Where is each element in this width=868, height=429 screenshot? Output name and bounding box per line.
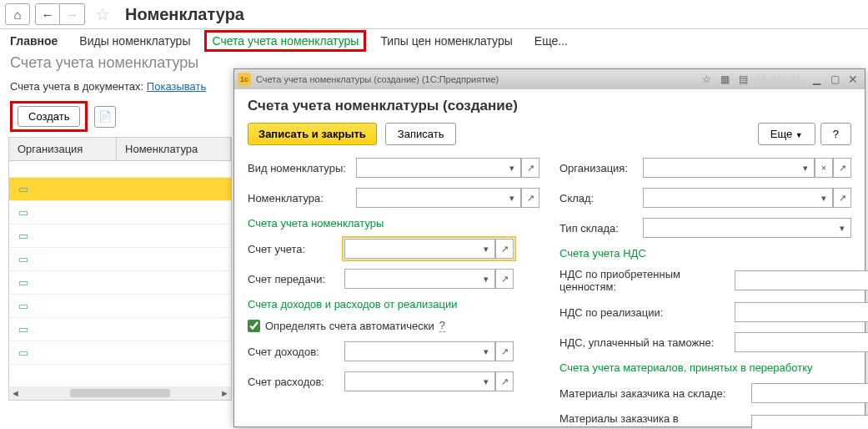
forward-button[interactable]: → xyxy=(60,3,85,25)
label-income: Счет доходов: xyxy=(248,346,344,358)
home-button[interactable]: ⌂ xyxy=(5,3,30,25)
label-vat-customs: НДС, уплаченный на таможне: xyxy=(559,336,735,349)
input-expense[interactable] xyxy=(344,371,477,391)
tab-accounts[interactable]: Счета учета номенклатуры xyxy=(204,30,366,52)
open-icon[interactable]: ↗ xyxy=(833,188,851,208)
grid-row[interactable]: ▭ xyxy=(9,295,231,318)
dropdown-icon[interactable]: ▾ xyxy=(477,239,495,259)
input-warehouse[interactable] xyxy=(643,188,815,208)
label-kind: Вид номенклатуры: xyxy=(248,162,356,174)
section-materials: Счета учета материалов, принятых в перер… xyxy=(559,361,851,374)
dropdown-icon[interactable]: ▾ xyxy=(477,269,495,289)
input-org[interactable] xyxy=(643,158,796,178)
open-icon[interactable]: ↗ xyxy=(495,371,514,391)
scroll-left-icon[interactable]: ◄ xyxy=(11,388,20,398)
col-nomenclature[interactable]: Номенклатура xyxy=(117,138,231,160)
favorite-star-icon[interactable]: ☆ xyxy=(95,4,110,24)
tab-kinds[interactable]: Виды номенклатуры xyxy=(79,34,190,48)
grid-row[interactable]: ▭ xyxy=(9,271,231,295)
input-income[interactable] xyxy=(344,341,477,361)
top-toolbar: ⌂ ← → ☆ Номенклатура xyxy=(0,0,868,29)
help-button[interactable]: ? xyxy=(820,123,851,145)
input-kind[interactable] xyxy=(356,158,503,178)
tb-calc-icon[interactable]: ▦ xyxy=(716,72,733,87)
input-mat-stock[interactable] xyxy=(751,383,868,403)
dropdown-icon[interactable]: ▾ xyxy=(833,218,851,238)
tb-m1-icon[interactable]: M xyxy=(753,72,770,87)
scroll-right-icon[interactable]: ► xyxy=(220,388,229,398)
col-organization[interactable]: Организация xyxy=(9,138,117,160)
save-button[interactable]: Записать xyxy=(385,123,457,145)
open-icon[interactable]: ↗ xyxy=(833,158,851,178)
checkbox-auto[interactable] xyxy=(248,320,260,332)
dropdown-icon[interactable]: ▾ xyxy=(815,188,833,208)
input-mat-prod[interactable] xyxy=(751,415,868,429)
label-expense: Счет расходов: xyxy=(248,376,344,388)
tb-fav-icon[interactable]: ☆ xyxy=(698,72,715,87)
open-icon[interactable]: ↗ xyxy=(521,158,539,178)
scroll-thumb[interactable] xyxy=(70,389,170,397)
tab-price-types[interactable]: Типы цен номенклатуры xyxy=(380,34,512,48)
form-left-col: Вид номенклатуры: ▾ ↗ Номенклатура: ▾ ↗ xyxy=(248,157,539,429)
label-warehouse: Склад: xyxy=(559,192,643,204)
grid-row[interactable]: ▭ xyxy=(9,341,231,365)
input-vat-customs[interactable] xyxy=(735,332,867,352)
copy-icon: 📄 xyxy=(98,110,112,123)
tb-m2-icon[interactable]: M+ xyxy=(771,72,788,87)
section-income: Счета доходов и расходов от реализации xyxy=(248,298,539,310)
dropdown-icon[interactable]: ▾ xyxy=(796,158,815,178)
filter-label: Счета учета в документах: xyxy=(10,80,147,93)
close-icon[interactable]: ✕ xyxy=(845,72,861,87)
input-vat-purchase[interactable] xyxy=(735,270,867,290)
input-wh-type[interactable] xyxy=(643,218,833,238)
filter-link[interactable]: Показывать xyxy=(147,80,206,93)
grid-row[interactable]: ▭ xyxy=(9,248,231,271)
dropdown-icon[interactable]: ▾ xyxy=(477,341,495,361)
dialog-body: Счета учета номенклатуры (создание) Запи… xyxy=(234,89,865,429)
save-close-button[interactable]: Записать и закрыть xyxy=(248,123,377,145)
label-mat-prod: Материалы заказчика в производстве: xyxy=(559,412,751,429)
more-button[interactable]: Еще ▼ xyxy=(758,123,815,145)
grid-row[interactable]: ▭ xyxy=(9,178,231,201)
label-auto: Определять счета автоматически xyxy=(265,320,434,332)
label-vat-sale: НДС по реализации: xyxy=(559,306,735,319)
back-button[interactable]: ← xyxy=(35,3,60,25)
create-highlight: Создать xyxy=(10,101,88,132)
app-icon: 1c xyxy=(238,73,251,86)
tb-m3-icon[interactable]: M- xyxy=(790,72,806,87)
label-transfer: Счет передачи: xyxy=(248,273,344,285)
grid-row[interactable] xyxy=(9,161,231,178)
grid-row[interactable]: ▭ xyxy=(9,225,231,248)
maximize-icon[interactable]: ▢ xyxy=(826,72,843,87)
dropdown-icon[interactable]: ▾ xyxy=(503,188,521,208)
input-account[interactable] xyxy=(344,239,477,259)
dialog-titlebar[interactable]: 1c Счета учета номенклатуры (создание) (… xyxy=(234,69,865,89)
open-icon[interactable]: ↗ xyxy=(495,269,514,289)
input-transfer[interactable] xyxy=(344,269,477,289)
grid-body[interactable]: ▭ ▭ ▭ ▭ ▭ ▭ ▭ ▭ xyxy=(9,161,231,386)
row-icon: ▭ xyxy=(9,276,38,289)
tb-calendar-icon[interactable]: ▤ xyxy=(735,72,751,87)
grid-row[interactable]: ▭ xyxy=(9,318,231,341)
copy-button[interactable]: 📄 xyxy=(94,106,116,128)
input-nomen[interactable] xyxy=(356,188,503,208)
form-right-col: Организация: ▾ × ↗ Склад: ▾ ↗ xyxy=(559,157,851,429)
row-icon: ▭ xyxy=(9,323,38,336)
minimize-icon[interactable]: ▁ xyxy=(808,72,825,87)
open-icon[interactable]: ↗ xyxy=(495,341,514,361)
open-icon[interactable]: ↗ xyxy=(521,188,539,208)
clear-icon[interactable]: × xyxy=(815,158,833,178)
grid-h-scrollbar[interactable]: ◄ ► xyxy=(9,386,231,400)
tab-more[interactable]: Еще... xyxy=(534,34,568,48)
grid-row[interactable]: ▭ xyxy=(9,201,231,225)
dialog-titlebar-text: Счета учета номенклатуры (создание) (1С:… xyxy=(256,74,698,84)
input-vat-sale[interactable] xyxy=(735,302,867,322)
auto-help-link[interactable]: ? xyxy=(439,319,445,332)
label-wh-type: Тип склада: xyxy=(559,222,643,235)
dropdown-icon[interactable]: ▾ xyxy=(477,371,495,391)
create-button[interactable]: Создать xyxy=(18,106,80,127)
dropdown-icon[interactable]: ▾ xyxy=(503,158,521,178)
open-icon[interactable]: ↗ xyxy=(495,239,514,259)
tab-main[interactable]: Главное xyxy=(10,34,58,48)
row-icon: ▭ xyxy=(9,230,38,242)
